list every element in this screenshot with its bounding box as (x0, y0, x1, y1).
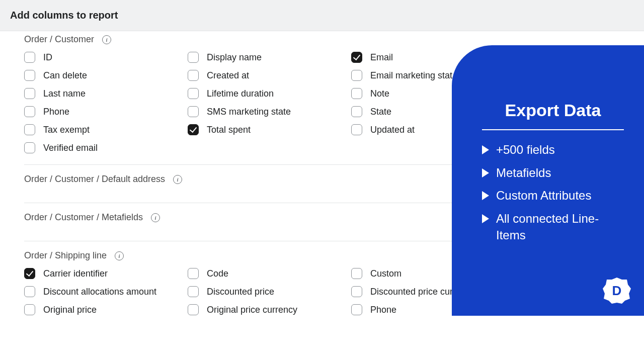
checkbox-label: Carrier identifier (43, 268, 108, 279)
checkbox-row-total-spent: Total spent (188, 124, 351, 135)
checkbox-shipping-phone[interactable] (351, 304, 362, 315)
checkbox-code[interactable] (188, 268, 199, 279)
checkbox-state[interactable] (351, 106, 362, 117)
modal-header: Add columns to report (0, 0, 644, 31)
checkbox-label: Original price (43, 305, 97, 315)
checkbox-id[interactable] (24, 52, 35, 63)
svg-text:D: D (612, 283, 622, 298)
checkbox-label: Discounted price (207, 287, 274, 297)
checkbox-label: Can delete (43, 70, 87, 81)
checkbox-original-price-currency[interactable] (188, 304, 199, 315)
customer-col-2: Display name Created at Lifetime duratio… (188, 52, 351, 153)
checkbox-label: Updated at (370, 125, 415, 135)
checkbox-row-display-name: Display name (188, 52, 351, 63)
info-icon[interactable]: i (115, 251, 124, 260)
promo-list: +500 fields Metafields Custom Attributes… (482, 141, 624, 244)
checkbox-label: Phone (43, 107, 69, 117)
modal-title: Add columns to report (10, 10, 118, 21)
triangle-icon (482, 145, 489, 154)
section-title: Order / Customer / Default address (24, 174, 165, 185)
checkbox-custom[interactable] (351, 268, 362, 279)
checkbox-row-carrier-identifier: Carrier identifier (24, 268, 188, 279)
checkbox-label: Custom (370, 268, 401, 279)
shipping-col-1: Carrier identifier Discount allocations … (24, 268, 188, 315)
triangle-icon (482, 214, 489, 223)
section-title: Order / Customer (24, 34, 94, 45)
checkbox-label: Original price currency (207, 305, 297, 315)
checkbox-row-id: ID (24, 52, 188, 63)
checkbox-label: ID (43, 52, 52, 63)
section-title: Order / Customer / Metafields (24, 212, 143, 223)
checkbox-last-name[interactable] (24, 88, 35, 99)
promo-item-custom-attributes: Custom Attributes (482, 187, 624, 204)
checkbox-row-sms-marketing-state: SMS marketing state (188, 106, 351, 117)
checkbox-label: Code (207, 268, 228, 279)
checkbox-email[interactable] (351, 52, 362, 63)
checkbox-label: Email marketing stat (370, 70, 452, 81)
customer-col-1: ID Can delete Last name Phone Tax exempt… (24, 52, 188, 153)
checkbox-display-name[interactable] (188, 52, 199, 63)
checkbox-label: Phone (370, 305, 396, 315)
checkbox-tax-exempt[interactable] (24, 124, 35, 135)
checkbox-discount-allocations-amount[interactable] (24, 286, 35, 297)
checkbox-row-discount-allocations-amount: Discount allocations amount (24, 286, 188, 297)
promo-item-label: All connected Line-Items (496, 210, 624, 244)
checkbox-label: Verified email (43, 143, 98, 153)
checkbox-label: Last name (43, 88, 86, 99)
promo-item-metafields: Metafields (482, 164, 624, 182)
checkbox-created-at[interactable] (188, 70, 199, 81)
checkbox-label: Total spent (207, 125, 251, 135)
checkbox-updated-at[interactable] (351, 124, 362, 135)
info-icon[interactable]: i (102, 35, 111, 44)
checkbox-row-discounted-price: Discounted price (188, 286, 351, 297)
checkbox-row-original-price-currency: Original price currency (188, 304, 351, 315)
checkbox-discounted-price-currency[interactable] (351, 286, 362, 297)
promo-item-label: +500 fields (496, 141, 555, 158)
checkbox-row-code: Code (188, 268, 351, 279)
checkbox-total-spent[interactable] (188, 124, 199, 135)
checkbox-label: State (370, 107, 391, 117)
checkbox-row-verified-email: Verified email (24, 142, 188, 153)
checkbox-row-can-delete: Can delete (24, 70, 188, 81)
checkbox-label: SMS marketing state (207, 107, 291, 117)
checkbox-label: Note (370, 88, 389, 99)
promo-title: Export Data (482, 101, 624, 120)
checkbox-label: Email (370, 52, 393, 63)
checkbox-sms-marketing-state[interactable] (188, 106, 199, 117)
checkbox-row-lifetime-duration: Lifetime duration (188, 88, 351, 99)
triangle-icon (482, 168, 489, 177)
promo-item-label: Metafields (496, 164, 551, 182)
checkbox-note[interactable] (351, 88, 362, 99)
checkbox-row-last-name: Last name (24, 88, 188, 99)
brand-badge-icon: D (603, 277, 631, 305)
checkbox-original-price[interactable] (24, 304, 35, 315)
checkbox-discounted-price[interactable] (188, 286, 199, 297)
checkbox-label: Tax exempt (43, 125, 90, 135)
checkbox-email-marketing-stat[interactable] (351, 70, 362, 81)
checkbox-row-created-at: Created at (188, 70, 351, 81)
info-icon[interactable]: i (173, 175, 182, 184)
checkbox-label: Display name (207, 52, 262, 63)
triangle-icon (482, 191, 489, 200)
checkbox-label: Lifetime duration (207, 88, 274, 99)
promo-underline (482, 129, 624, 130)
checkbox-verified-email[interactable] (24, 142, 35, 153)
checkbox-can-delete[interactable] (24, 70, 35, 81)
checkbox-row-phone: Phone (24, 106, 188, 117)
promo-panel: Export Data +500 fields Metafields Custo… (452, 45, 644, 316)
section-title: Order / Shipping line (24, 250, 107, 261)
shipping-col-2: Code Discounted price Original price cur… (188, 268, 351, 315)
checkbox-label: Created at (207, 70, 249, 81)
promo-item-label: Custom Attributes (496, 187, 591, 204)
checkbox-row-original-price: Original price (24, 304, 188, 315)
checkbox-lifetime-duration[interactable] (188, 88, 199, 99)
checkbox-carrier-identifier[interactable] (24, 268, 35, 279)
promo-item-line-items: All connected Line-Items (482, 210, 624, 244)
checkbox-row-tax-exempt: Tax exempt (24, 124, 188, 135)
info-icon[interactable]: i (151, 213, 160, 222)
promo-item-fields: +500 fields (482, 141, 624, 158)
checkbox-phone[interactable] (24, 106, 35, 117)
checkbox-label: Discount allocations amount (43, 287, 156, 297)
